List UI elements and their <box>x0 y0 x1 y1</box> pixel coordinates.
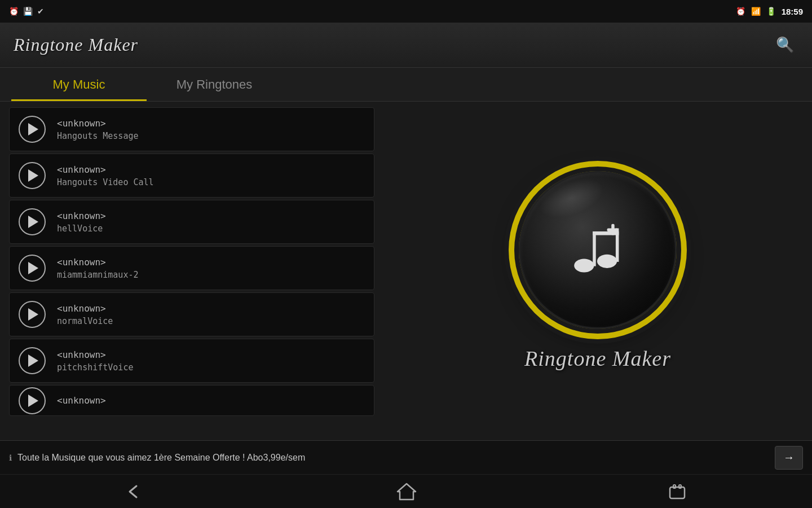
status-time: 18:59 <box>782 7 803 16</box>
play-button-3[interactable] <box>19 255 46 282</box>
tabs-container: My Music My Ringtones <box>0 68 812 102</box>
status-right-icons: ⏰ 📶 🔋 18:59 <box>736 7 803 16</box>
logo-circle <box>519 171 677 329</box>
play-button-0[interactable] <box>19 116 46 143</box>
nav-home-button[interactable] <box>374 478 439 505</box>
svg-point-1 <box>597 255 617 268</box>
play-triangle-6 <box>28 395 38 407</box>
play-triangle-4 <box>28 308 38 321</box>
music-item-5[interactable]: <unknown> pitchshiftVoice <box>9 339 374 383</box>
svg-rect-4 <box>593 231 619 235</box>
music-info-0: <unknown> Hangouts Message <box>57 118 139 141</box>
status-bar: ⏰ 💾 ✔ ⏰ 📶 🔋 18:59 <box>0 0 812 23</box>
nav-recents-button[interactable] <box>645 479 709 504</box>
play-triangle-5 <box>28 354 38 367</box>
music-artist-1: <unknown> <box>57 164 154 175</box>
save-icon: 💾 <box>23 7 33 16</box>
main-content: <unknown> Hangouts Message <unknown> Han… <box>0 102 812 440</box>
logo-text: Ringtone Maker <box>524 346 671 371</box>
music-info-3: <unknown> miammiamnimaux-2 <box>57 257 139 280</box>
music-info-4: <unknown> normalVoice <box>57 303 113 326</box>
alarm-icon: ⏰ <box>9 7 19 16</box>
nav-bar <box>0 474 812 508</box>
music-artist-5: <unknown> <box>57 349 133 360</box>
play-button-1[interactable] <box>19 162 46 189</box>
music-item-0[interactable]: <unknown> Hangouts Message <box>9 107 374 151</box>
svg-rect-8 <box>670 487 685 498</box>
music-title-3: miammiamnimaux-2 <box>57 270 139 280</box>
recents-icon <box>668 484 687 500</box>
music-note-icon <box>567 219 629 281</box>
app-title: Ringtone Maker <box>14 34 138 55</box>
ad-banner: ℹ Toute la Musique que vous aimez 1ère S… <box>0 440 812 474</box>
music-list-panel: <unknown> Hangouts Message <unknown> Han… <box>0 102 383 440</box>
play-button-5[interactable] <box>19 347 46 374</box>
wifi-icon: 📶 <box>751 7 761 16</box>
tab-my-music[interactable]: My Music <box>11 68 147 101</box>
music-info-6: <unknown> <box>57 395 106 406</box>
music-item-2[interactable]: <unknown> hellVoice <box>9 200 374 244</box>
play-triangle-0 <box>28 123 38 135</box>
play-button-2[interactable] <box>19 208 46 235</box>
music-title-4: normalVoice <box>57 316 113 326</box>
music-title-2: hellVoice <box>57 224 106 234</box>
nav-back-button[interactable] <box>103 479 168 504</box>
svg-point-0 <box>574 259 594 272</box>
play-triangle-3 <box>28 262 38 274</box>
battery-icon: 🔋 <box>766 7 776 16</box>
play-triangle-2 <box>28 216 38 228</box>
search-button[interactable]: 🔍 <box>771 32 798 58</box>
svg-marker-7 <box>398 484 416 500</box>
music-artist-0: <unknown> <box>57 118 139 129</box>
svg-rect-6 <box>607 229 619 232</box>
music-item-1[interactable]: <unknown> Hangouts Video Call <box>9 154 374 198</box>
music-artist-4: <unknown> <box>57 303 113 314</box>
music-info-1: <unknown> Hangouts Video Call <box>57 164 154 187</box>
alarm-right-icon: ⏰ <box>736 7 745 16</box>
play-button-4[interactable] <box>19 301 46 328</box>
check-icon: ✔ <box>37 7 44 16</box>
app-header: Ringtone Maker 🔍 <box>0 23 812 68</box>
music-artist-6: <unknown> <box>57 395 106 406</box>
music-artist-2: <unknown> <box>57 211 106 221</box>
music-item-4[interactable]: <unknown> normalVoice <box>9 292 374 336</box>
back-arrow-icon <box>125 484 145 500</box>
music-title-5: pitchshiftVoice <box>57 362 133 373</box>
ad-arrow-button[interactable]: → <box>775 446 803 470</box>
music-info-2: <unknown> hellVoice <box>57 211 106 234</box>
music-item-3[interactable]: <unknown> miammiamnimaux-2 <box>9 246 374 290</box>
music-item-6[interactable]: <unknown> <box>9 385 374 416</box>
logo-panel: Ringtone Maker <box>383 102 812 440</box>
svg-rect-2 <box>593 231 596 266</box>
music-info-5: <unknown> pitchshiftVoice <box>57 349 133 373</box>
music-artist-3: <unknown> <box>57 257 139 268</box>
play-triangle-1 <box>28 169 38 182</box>
home-icon <box>396 483 417 501</box>
play-button-6[interactable] <box>19 387 46 414</box>
ad-text: Toute la Musique que vous aimez 1ère Sem… <box>17 453 305 463</box>
music-title-1: Hangouts Video Call <box>57 177 154 187</box>
music-title-0: Hangouts Message <box>57 131 139 141</box>
info-icon: ℹ <box>9 453 12 462</box>
tab-my-ringtones[interactable]: My Ringtones <box>147 68 282 101</box>
status-left-icons: ⏰ 💾 ✔ <box>9 7 44 16</box>
